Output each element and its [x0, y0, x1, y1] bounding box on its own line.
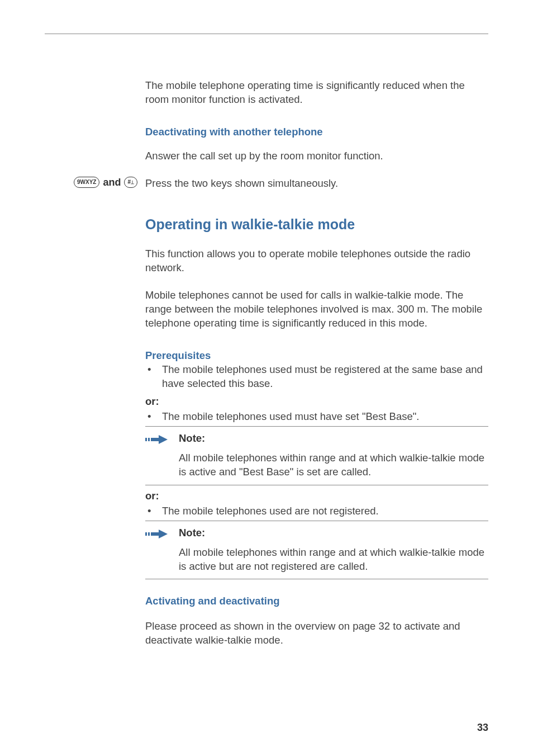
and-text: and [99, 177, 124, 188]
intro-paragraph: The mobile telephone operating time is s… [145, 79, 488, 107]
page-number: 33 [477, 722, 488, 734]
note-block-1: Note: All mobile telephones within range… [145, 426, 488, 485]
activate-heading: Activating and deactivating [145, 595, 488, 607]
walkie-title: Operating in walkie-talkie mode [145, 216, 488, 233]
or-label-2: or: [145, 490, 488, 502]
prereq3-text: The mobile telephones used are not regis… [162, 504, 379, 518]
svg-rect-2 [151, 438, 159, 441]
note1-label: Note: [179, 432, 488, 445]
key-9: 9WXYZ [74, 177, 99, 188]
svg-rect-1 [148, 438, 150, 441]
key-hash: #⟂ [124, 177, 137, 188]
activate-text: Please proceed as shown in the overview … [145, 620, 488, 648]
svg-rect-4 [145, 532, 147, 536]
deactivate-heading: Deactivating with another telephone [145, 126, 488, 138]
bullet-icon: • [145, 504, 162, 518]
prereq-heading: Prerequisites [145, 349, 488, 362]
svg-rect-6 [151, 532, 159, 536]
top-rule [45, 34, 488, 34]
svg-rect-0 [145, 438, 147, 441]
svg-marker-7 [159, 530, 168, 538]
prereq-item-2: • The mobile telephones used must have s… [145, 410, 488, 424]
walkie-p2: Mobile telephones cannot be used for cal… [145, 289, 488, 330]
prereq-item-3: • The mobile telephones used are not reg… [145, 504, 488, 518]
note-block-2: Note: All mobile telephones within range… [145, 521, 488, 580]
prereq2-text: The mobile telephones used must have set… [162, 410, 419, 424]
svg-marker-3 [159, 435, 168, 444]
note1-text: All mobile telephones within range and a… [179, 451, 488, 479]
or-label-1: or: [145, 395, 488, 408]
note-arrow-icon [145, 528, 170, 540]
note2-text: All mobile telephones within range and a… [179, 546, 488, 574]
prereq1-text: The mobile telephones used must be regis… [162, 363, 488, 391]
deactivate-answer-text: Answer the call set up by the room monit… [145, 149, 488, 163]
note2-label: Note: [179, 527, 488, 539]
walkie-p1: This function allows you to operate mobi… [145, 247, 488, 275]
key-combo: 9WXYZ and #⟂ [45, 177, 145, 201]
bullet-icon: • [145, 363, 162, 391]
svg-rect-5 [148, 532, 150, 536]
prereq-item-1: • The mobile telephones used must be reg… [145, 363, 488, 391]
note-arrow-icon [145, 433, 170, 446]
keys-instruction: Press the two keys shown simultaneously. [145, 177, 488, 191]
bullet-icon: • [145, 410, 162, 424]
